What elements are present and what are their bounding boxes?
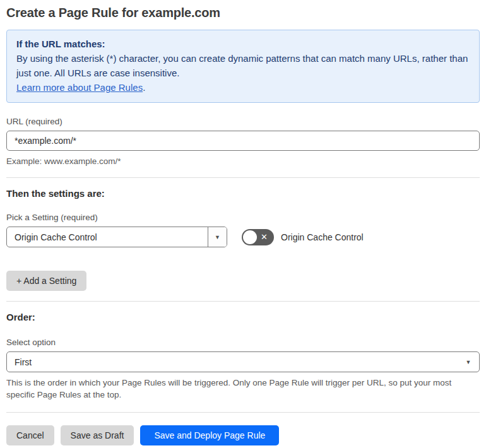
page-rule-form: Create a Page Rule for example.com If th… <box>0 0 486 445</box>
setting-select-value: Origin Cache Control <box>7 227 208 247</box>
info-box-body: By using the asterisk (*) character, you… <box>16 51 470 80</box>
order-select[interactable]: First ▼ <box>6 351 480 372</box>
setting-toggle[interactable]: ✕ <box>242 229 274 245</box>
setting-row: Origin Cache Control ▼ ✕ Origin Cache Co… <box>6 227 480 247</box>
divider <box>6 412 480 413</box>
settings-section-heading: Then the settings are: <box>6 188 480 199</box>
order-section-heading: Order: <box>6 312 480 322</box>
toggle-knob <box>243 230 257 244</box>
save-as-draft-button[interactable]: Save as Draft <box>61 425 134 445</box>
link-suffix: . <box>143 82 145 93</box>
setting-toggle-label: Origin Cache Control <box>281 232 364 242</box>
divider <box>6 301 480 302</box>
learn-more-link[interactable]: Learn more about Page Rules <box>16 82 143 93</box>
info-box-link-line: Learn more about Page Rules. <box>16 80 470 95</box>
chevron-down-icon: ▼ <box>458 352 479 372</box>
cancel-button[interactable]: Cancel <box>6 425 54 445</box>
toggle-off-icon: ✕ <box>261 233 268 241</box>
footer-actions: Cancel Save as Draft Save and Deploy Pag… <box>6 425 480 445</box>
url-input[interactable] <box>6 131 480 151</box>
chevron-down-icon[interactable]: ▼ <box>208 227 227 247</box>
order-select-label: Select option <box>6 338 480 347</box>
add-setting-button[interactable]: + Add a Setting <box>6 271 86 291</box>
info-box-heading: If the URL matches: <box>16 37 470 51</box>
page-title: Create a Page Rule for example.com <box>6 0 480 20</box>
url-field-label: URL (required) <box>6 117 480 126</box>
setting-select[interactable]: Origin Cache Control ▼ <box>6 227 227 247</box>
divider <box>6 177 480 178</box>
url-match-info-box: If the URL matches: By using the asteris… <box>6 30 480 103</box>
url-example-helper: Example: www.example.com/* <box>6 155 480 167</box>
pick-setting-label: Pick a Setting (required) <box>6 213 480 222</box>
add-setting-wrap: + Add a Setting <box>6 271 480 291</box>
save-and-deploy-button[interactable]: Save and Deploy Page Rule <box>140 425 279 445</box>
order-select-value: First <box>7 352 458 372</box>
order-helper-text: This is the order in which your Page Rul… <box>6 377 480 401</box>
